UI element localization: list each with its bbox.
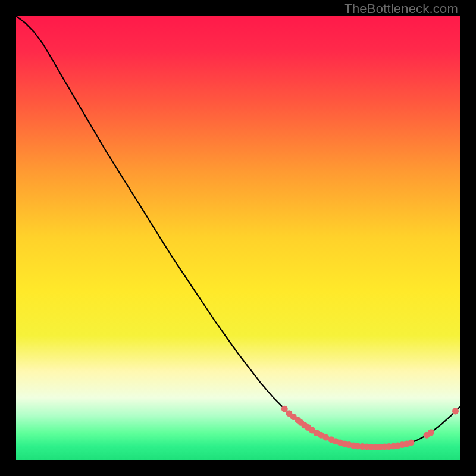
plot-area bbox=[16, 16, 460, 460]
gradient-background bbox=[16, 16, 460, 460]
chart-frame: TheBottleneck.com bbox=[0, 0, 476, 476]
watermark-text: TheBottleneck.com bbox=[344, 1, 458, 17]
data-marker bbox=[428, 429, 434, 436]
chart-svg bbox=[16, 16, 460, 460]
data-marker bbox=[452, 408, 459, 414]
data-marker bbox=[408, 439, 414, 446]
